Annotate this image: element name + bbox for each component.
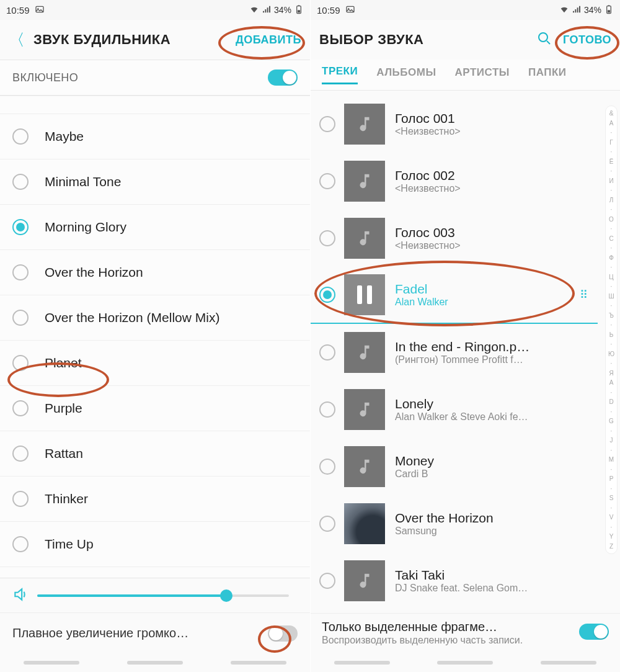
track-row[interactable]: LonelyAlan Walker & Steve Aoki fe… <box>311 381 620 438</box>
alphabet-letter[interactable]: · <box>606 524 617 531</box>
track-list[interactable]: Голос 001<Неизвестно>Голос 002<Неизвестн… <box>311 91 620 613</box>
tone-list[interactable]: MaybeMinimal ToneMorning GloryOver the H… <box>0 96 310 578</box>
alphabet-letter[interactable]: Ъ <box>606 312 617 319</box>
tab-папки[interactable]: ПАПКИ <box>528 66 567 84</box>
volume-slider[interactable] <box>37 594 289 597</box>
alphabet-index[interactable]: &А·Г·Ё·И·Л·О·С·Ф·Ц·Ш·Ъ·Ь·Ю·ЯA·D·G·J·M·P·… <box>605 105 618 554</box>
music-note-icon[interactable] <box>344 560 385 601</box>
alphabet-letter[interactable]: · <box>606 225 617 232</box>
radio-button[interactable] <box>319 401 335 418</box>
alphabet-letter[interactable]: S <box>606 495 617 501</box>
tone-row[interactable]: Time Up <box>0 522 310 567</box>
music-note-icon[interactable] <box>344 389 385 430</box>
radio-button[interactable] <box>319 459 335 475</box>
radio-button[interactable] <box>12 536 29 552</box>
alphabet-letter[interactable]: О <box>606 216 617 223</box>
gradual-volume-toggle[interactable] <box>268 625 298 642</box>
alphabet-letter[interactable]: · <box>606 187 617 194</box>
radio-button[interactable] <box>12 355 29 371</box>
alphabet-letter[interactable]: G <box>606 418 617 424</box>
alphabet-letter[interactable]: · <box>606 466 617 473</box>
radio-button[interactable] <box>319 230 335 246</box>
tone-row[interactable]: Over the Horizon <box>0 250 310 295</box>
track-row[interactable]: FadelAlan Walker⠿ <box>311 267 598 324</box>
music-note-icon[interactable] <box>344 332 385 373</box>
alphabet-letter[interactable]: Я <box>606 370 617 377</box>
nav-back[interactable] <box>541 661 596 665</box>
radio-button[interactable] <box>319 516 335 532</box>
alphabet-letter[interactable]: D <box>606 398 617 405</box>
alphabet-letter[interactable]: И <box>606 177 617 184</box>
radio-button[interactable] <box>12 446 29 462</box>
alphabet-letter[interactable]: M <box>606 456 617 463</box>
done-button[interactable]: ГОТОВО <box>563 34 611 47</box>
tone-row[interactable]: Purple <box>0 386 310 431</box>
radio-button[interactable] <box>319 344 335 361</box>
alphabet-letter[interactable]: Y <box>606 533 617 540</box>
nav-recents[interactable] <box>334 661 390 665</box>
highlight-only-toggle[interactable] <box>579 624 609 640</box>
radio-button[interactable] <box>12 400 29 416</box>
music-note-icon[interactable] <box>344 503 385 544</box>
alphabet-letter[interactable]: · <box>606 264 617 271</box>
alphabet-letter[interactable]: · <box>606 168 617 174</box>
tab-альбомы[interactable]: АЛЬБОМЫ <box>376 66 436 84</box>
alphabet-letter[interactable]: A <box>606 379 617 386</box>
alphabet-letter[interactable]: · <box>606 447 617 454</box>
alphabet-letter[interactable]: · <box>606 283 617 290</box>
drag-handle-icon[interactable]: ⠿ <box>580 288 589 302</box>
nav-home[interactable] <box>437 661 493 665</box>
alphabet-letter[interactable]: & <box>606 110 617 117</box>
alphabet-letter[interactable]: · <box>606 148 617 155</box>
alphabet-letter[interactable]: · <box>606 302 617 309</box>
radio-button[interactable] <box>12 491 29 507</box>
nav-recents[interactable] <box>24 661 79 665</box>
add-button[interactable]: ДОБАВИТЬ <box>236 34 301 47</box>
radio-button[interactable] <box>12 128 29 145</box>
music-note-icon[interactable] <box>344 218 385 259</box>
alphabet-letter[interactable]: А <box>606 120 617 127</box>
tab-треки[interactable]: ТРЕКИ <box>322 65 358 84</box>
nav-home[interactable] <box>127 661 183 665</box>
track-row[interactable]: In the end - Ringon.p…(Рингтон) Tommee P… <box>311 324 620 381</box>
alphabet-letter[interactable]: Z <box>606 543 617 550</box>
radio-button[interactable] <box>319 116 335 132</box>
track-row[interactable]: Голос 001<Неизвестно> <box>311 96 620 153</box>
alphabet-letter[interactable]: · <box>606 408 617 415</box>
tone-row[interactable]: Trailer <box>0 567 310 578</box>
alphabet-letter[interactable]: · <box>606 428 617 434</box>
tone-row[interactable]: Planet <box>0 341 310 386</box>
highlight-only-row[interactable]: Только выделенные фрагме… Воспроизводить… <box>311 613 620 653</box>
alphabet-letter[interactable]: Л <box>606 197 617 204</box>
alphabet-letter[interactable]: Ф <box>606 254 617 261</box>
radio-button[interactable] <box>12 310 29 326</box>
music-note-icon[interactable] <box>344 104 385 145</box>
alphabet-letter[interactable]: · <box>606 129 617 136</box>
radio-button[interactable] <box>319 173 335 189</box>
alphabet-letter[interactable]: С <box>606 235 617 242</box>
music-note-icon[interactable] <box>344 446 385 487</box>
track-row[interactable]: Over the HorizonSamsung <box>311 495 620 552</box>
track-row[interactable]: Taki TakiDJ Snake feat. Selena Gom… <box>311 552 620 609</box>
tone-row[interactable]: Minimal Tone <box>0 159 310 205</box>
tone-row[interactable]: Rattan <box>0 431 310 477</box>
pause-icon[interactable] <box>344 274 385 315</box>
radio-button[interactable] <box>319 573 335 589</box>
alphabet-letter[interactable]: J <box>606 437 617 444</box>
alphabet-letter[interactable]: V <box>606 514 617 521</box>
back-button[interactable]: 〈 <box>9 29 25 51</box>
enabled-toggle[interactable] <box>268 69 298 86</box>
alphabet-letter[interactable]: Ю <box>606 351 617 357</box>
alphabet-letter[interactable]: · <box>606 360 617 367</box>
alphabet-letter[interactable]: Ь <box>606 331 617 338</box>
alphabet-letter[interactable]: · <box>606 321 617 328</box>
radio-button[interactable] <box>12 264 29 280</box>
alphabet-letter[interactable]: · <box>606 389 617 396</box>
alphabet-letter[interactable]: Ц <box>606 274 617 280</box>
radio-button[interactable] <box>319 287 335 303</box>
alphabet-letter[interactable]: Ё <box>606 158 617 165</box>
radio-button[interactable] <box>12 174 29 190</box>
alphabet-letter[interactable]: · <box>606 504 617 511</box>
music-note-icon[interactable] <box>344 161 385 202</box>
nav-back[interactable] <box>231 661 286 665</box>
